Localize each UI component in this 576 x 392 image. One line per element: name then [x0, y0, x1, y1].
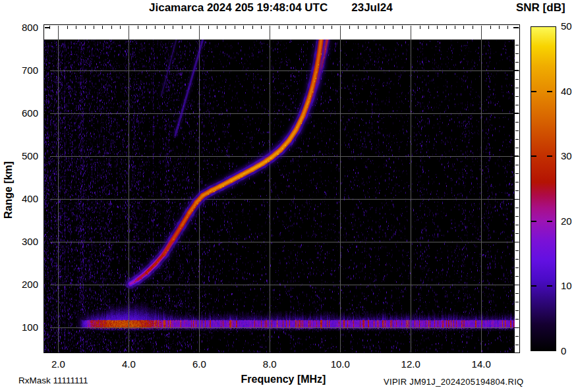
y-minor-tick-mark-right [515, 96, 519, 97]
x-tick-label: 14.0 [465, 358, 498, 370]
y-minor-tick-mark-left [45, 165, 48, 165]
x-minor-tick-mark [358, 26, 359, 29]
x-minor-tick-mark [252, 26, 253, 29]
y-tick-label: 200 [0, 279, 38, 291]
y-minor-tick-mark-right [515, 88, 519, 88]
x-minor-tick-mark [164, 26, 165, 29]
colorbar-tick-mark-right [547, 91, 552, 92]
y-major-tick-mark-right [513, 242, 519, 243]
y-minor-tick-mark-right [515, 105, 519, 105]
x-minor-tick-mark [331, 26, 332, 29]
x-minor-tick-mark [49, 26, 50, 29]
y-minor-tick-mark-right [515, 122, 519, 123]
y-minor-tick-mark-left [45, 148, 48, 148]
colorbar-tick-mark-left [531, 155, 536, 157]
x-minor-tick-mark [111, 26, 112, 29]
y-minor-tick-mark-right [515, 293, 519, 294]
gridline-extension-top [199, 26, 200, 40]
y-minor-tick-mark-left [45, 310, 48, 311]
y-minor-tick-mark-right [515, 216, 519, 217]
gridline-extension-top [58, 26, 59, 40]
x-tick-label: 4.0 [112, 358, 145, 370]
y-major-tick-mark [45, 285, 50, 286]
gridline-extension-top [411, 26, 411, 40]
x-minor-tick-mark [138, 26, 138, 29]
y-tick-label: 600 [0, 107, 38, 119]
y-minor-tick-mark-left [45, 259, 48, 260]
y-minor-tick-mark-left [45, 130, 48, 131]
y-minor-tick-mark-right [515, 225, 519, 225]
y-minor-tick-mark-left [45, 267, 48, 268]
x-minor-tick-mark [208, 26, 209, 29]
gridline-extension-top [481, 26, 482, 40]
colorbar-tick-mark-left [531, 91, 536, 92]
title-date: 23Jul24 [351, 1, 392, 14]
colorbar-tick-mark-left [531, 221, 536, 222]
x-minor-tick-mark [225, 26, 226, 29]
y-minor-tick-mark-right [515, 139, 519, 140]
y-minor-tick-mark-left [45, 319, 48, 320]
y-minor-tick-mark-left [45, 96, 48, 97]
x-tick-label: 12.0 [394, 358, 427, 370]
x-minor-tick-mark [287, 26, 288, 29]
x-minor-tick-mark [393, 26, 393, 29]
y-minor-tick-mark-left [45, 190, 48, 191]
y-minor-tick-mark-right [515, 148, 519, 148]
y-major-tick-mark-right [513, 199, 519, 200]
y-minor-tick-mark-right [515, 173, 519, 174]
colorbar-tick-mark-right [547, 285, 552, 287]
y-minor-tick-mark-right [515, 79, 519, 80]
x-minor-tick-mark [463, 26, 464, 29]
y-minor-tick-mark-right [515, 208, 519, 208]
y-minor-tick-mark-right [515, 182, 519, 182]
y-minor-tick-mark-left [45, 336, 48, 337]
y-tick-label: 100 [0, 322, 38, 333]
title-text: Jicamarca 2024 205 19:48:04 UTC [149, 1, 328, 14]
x-minor-tick-mark [261, 26, 262, 29]
x-minor-tick-mark [235, 26, 235, 29]
colorbar-tick-label: 10 [561, 280, 576, 292]
colorbar-tick-label: 50 [561, 20, 576, 32]
y-tick-label: 800 [0, 22, 38, 34]
x-minor-tick-mark [85, 26, 86, 29]
y-minor-tick-mark-left [45, 225, 48, 225]
y-minor-tick-mark-left [45, 173, 48, 174]
y-minor-tick-mark-right [515, 267, 519, 268]
y-major-tick-mark [45, 199, 50, 200]
x-minor-tick-mark [67, 26, 68, 29]
gridline-extension-top [129, 26, 129, 40]
x-minor-tick-mark [323, 26, 324, 29]
y-minor-tick-mark-right [515, 302, 519, 302]
x-axis-label: Frequency [MHz] [224, 374, 343, 385]
x-minor-tick-mark [384, 26, 385, 29]
x-minor-tick-mark [366, 26, 367, 29]
x-minor-tick-mark [243, 26, 244, 29]
y-major-tick-mark-right [513, 155, 519, 157]
colorbar-tick-label: 20 [561, 215, 576, 227]
colorbar-title: SNR [dB] [516, 1, 565, 14]
y-minor-tick-mark-left [45, 122, 48, 123]
snr-colorbar [531, 26, 556, 351]
y-minor-tick-mark-left [45, 345, 48, 345]
x-minor-tick-mark [349, 26, 350, 29]
y-minor-tick-mark-left [45, 139, 48, 140]
y-tick-label: 700 [0, 65, 38, 76]
y-minor-tick-mark-left [45, 182, 48, 182]
gridline-extension-top [270, 26, 270, 40]
x-minor-tick-mark [76, 26, 76, 29]
y-minor-tick-mark-left [45, 62, 48, 63]
x-minor-tick-mark [446, 26, 447, 29]
y-major-tick-mark-right [513, 113, 519, 114]
data-file-annotation: VIPIR JM91J_2024205194804.RIQ [384, 377, 524, 387]
x-minor-tick-mark [437, 26, 438, 29]
y-minor-tick-mark-right [515, 345, 519, 345]
colorbar-tick-label: 30 [561, 150, 576, 162]
y-major-tick-mark [45, 327, 50, 329]
y-minor-tick-mark-right [515, 250, 519, 251]
y-major-tick-mark-right [513, 27, 519, 28]
y-minor-tick-mark-right [515, 53, 519, 54]
y-minor-tick-mark-left [45, 216, 48, 217]
y-minor-tick-mark-right [515, 45, 519, 45]
x-minor-tick-mark [305, 26, 306, 29]
x-minor-tick-mark [182, 26, 183, 29]
